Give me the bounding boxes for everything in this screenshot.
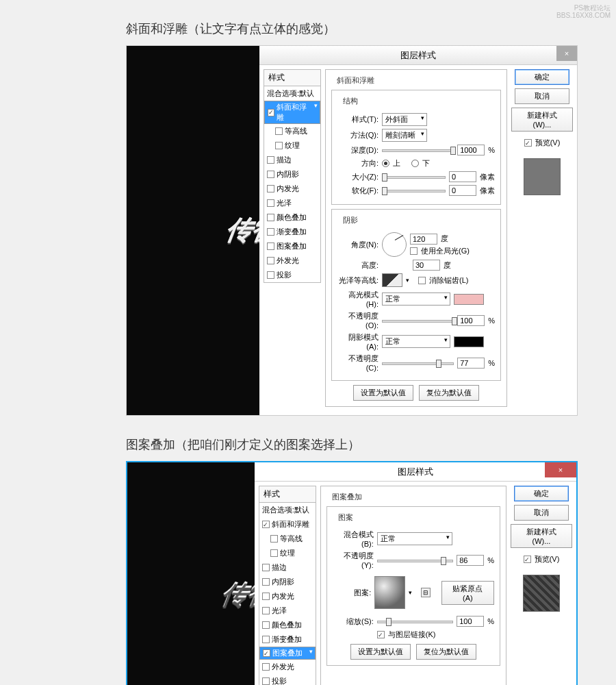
new-style-button[interactable]: 新建样式(W)...	[511, 524, 572, 548]
drop-shadow-item[interactable]: 投影	[264, 268, 320, 282]
blend-options-item[interactable]: 混合选项:默认	[264, 86, 320, 101]
grad-overlay-item[interactable]: 渐变叠加	[264, 225, 320, 239]
shadow-opacity-slider[interactable]	[382, 358, 454, 368]
color-overlay-item[interactable]: 颜色叠加	[264, 210, 320, 225]
cancel-button[interactable]: 取消	[515, 88, 569, 104]
checkbox-icon[interactable]	[262, 593, 270, 600]
size-slider[interactable]	[382, 172, 446, 182]
altitude-input[interactable]: 30	[413, 260, 440, 271]
opacity-slider[interactable]	[377, 556, 453, 565]
contour-item[interactable]: 等高线	[259, 532, 316, 546]
checkbox-icon[interactable]	[267, 242, 274, 250]
make-default-button[interactable]: 设置为默认值	[350, 644, 411, 660]
preview-checkbox[interactable]	[524, 139, 532, 147]
inner-glow-item[interactable]: 内发光	[264, 182, 320, 196]
pattern-overlay-item[interactable]: 图案叠加	[264, 239, 320, 253]
cancel-button[interactable]: 取消	[514, 505, 569, 521]
link-layer-checkbox[interactable]	[377, 631, 385, 638]
checkbox-icon[interactable]	[262, 663, 270, 671]
highlight-mode-select[interactable]: 正常	[382, 292, 450, 306]
angle-input[interactable]: 120	[410, 234, 437, 245]
checkbox-icon[interactable]	[262, 636, 270, 643]
make-default-button[interactable]: 设置为默认值	[353, 385, 413, 401]
satin-item[interactable]: 光泽	[264, 196, 320, 210]
checkbox-icon[interactable]	[262, 564, 270, 571]
dialog-titlebar[interactable]: 图层样式 ×	[259, 46, 577, 65]
highlight-opacity-input[interactable]: 100	[457, 315, 485, 326]
scale-input[interactable]: 100	[457, 616, 484, 627]
grad-overlay-item[interactable]: 渐变叠加	[259, 632, 316, 647]
snap-origin-button[interactable]: 贴紧原点(A)	[441, 581, 494, 605]
pattern-picker[interactable]	[374, 576, 405, 609]
depth-input[interactable]: 1000	[457, 145, 485, 155]
blend-mode-select[interactable]: 正常	[377, 532, 452, 545]
checkbox-icon[interactable]	[267, 171, 274, 178]
angle-dial[interactable]	[382, 232, 407, 257]
checkbox-icon[interactable]	[262, 677, 270, 685]
size-input[interactable]: 0	[449, 171, 476, 182]
styles-header[interactable]: 样式	[264, 69, 321, 86]
checkbox-icon[interactable]	[262, 521, 270, 528]
inner-shadow-item[interactable]: 内阴影	[259, 575, 316, 589]
checkbox-icon[interactable]	[263, 649, 270, 657]
inner-shadow-item[interactable]: 内阴影	[264, 167, 320, 182]
new-preset-icon[interactable]: ⊟	[421, 588, 430, 597]
shadow-mode-select[interactable]: 正常	[382, 335, 450, 348]
checkbox-icon[interactable]	[270, 549, 278, 557]
global-light-checkbox[interactable]	[410, 247, 418, 255]
checkbox-icon[interactable]	[267, 185, 274, 192]
styles-header[interactable]: 样式	[259, 486, 316, 503]
contour-item[interactable]: 等高线	[264, 124, 320, 138]
shadow-opacity-input[interactable]: 77	[457, 358, 485, 369]
pattern-overlay-item[interactable]: 图案叠加	[259, 647, 316, 660]
ok-button[interactable]: 确定	[515, 69, 569, 85]
new-style-button[interactable]: 新建样式(W)...	[511, 108, 573, 132]
close-icon[interactable]: ×	[556, 46, 577, 61]
texture-item[interactable]: 纹理	[259, 546, 316, 560]
checkbox-icon[interactable]	[267, 271, 274, 279]
outer-glow-item[interactable]: 外发光	[259, 660, 316, 674]
preview-checkbox[interactable]	[524, 556, 531, 563]
inner-glow-item[interactable]: 内发光	[259, 589, 316, 603]
antialias-checkbox[interactable]	[418, 277, 426, 284]
checkbox-icon[interactable]	[275, 127, 283, 135]
depth-slider[interactable]	[382, 145, 454, 155]
checkbox-icon[interactable]	[267, 214, 274, 221]
reset-default-button[interactable]: 复位为默认值	[419, 385, 479, 401]
outer-glow-item[interactable]: 外发光	[264, 253, 320, 268]
ok-button[interactable]: 确定	[514, 486, 569, 501]
checkbox-icon[interactable]	[262, 621, 270, 629]
highlight-opacity-slider[interactable]	[382, 316, 454, 325]
color-overlay-item[interactable]: 颜色叠加	[259, 618, 316, 632]
checkbox-icon[interactable]	[267, 156, 274, 164]
bevel-item[interactable]: 斜面和浮雕	[259, 517, 316, 532]
dialog-titlebar[interactable]: 图层样式 ×	[255, 462, 576, 482]
checkbox-icon[interactable]	[268, 109, 274, 116]
gloss-contour-picker[interactable]	[382, 273, 402, 287]
soften-slider[interactable]	[382, 186, 446, 195]
highlight-color-swatch[interactable]	[454, 294, 484, 305]
checkbox-icon[interactable]	[267, 199, 274, 207]
close-icon[interactable]: ×	[545, 462, 576, 477]
scale-slider[interactable]	[377, 616, 453, 626]
technique-select[interactable]: 雕刻清晰	[382, 129, 427, 142]
checkbox-icon[interactable]	[262, 578, 270, 586]
stroke-item[interactable]: 描边	[259, 560, 316, 575]
checkbox-icon[interactable]	[270, 535, 278, 543]
style-select[interactable]: 外斜面	[382, 113, 427, 126]
texture-item[interactable]: 纹理	[264, 138, 320, 153]
checkbox-icon[interactable]	[262, 607, 270, 614]
shadow-color-swatch[interactable]	[454, 336, 484, 347]
satin-item[interactable]: 光泽	[259, 603, 316, 618]
direction-up-radio[interactable]	[382, 160, 389, 167]
soften-input[interactable]: 0	[449, 185, 476, 196]
reset-default-button[interactable]: 复位为默认值	[416, 644, 476, 660]
direction-down-radio[interactable]	[411, 160, 419, 167]
blend-options-item[interactable]: 混合选项:默认	[259, 503, 316, 517]
stroke-item[interactable]: 描边	[264, 153, 320, 167]
bevel-item[interactable]: 斜面和浮雕	[264, 101, 320, 124]
checkbox-icon[interactable]	[275, 142, 283, 149]
checkbox-icon[interactable]	[267, 228, 274, 236]
drop-shadow-item[interactable]: 投影	[259, 674, 316, 685]
checkbox-icon[interactable]	[267, 257, 274, 264]
